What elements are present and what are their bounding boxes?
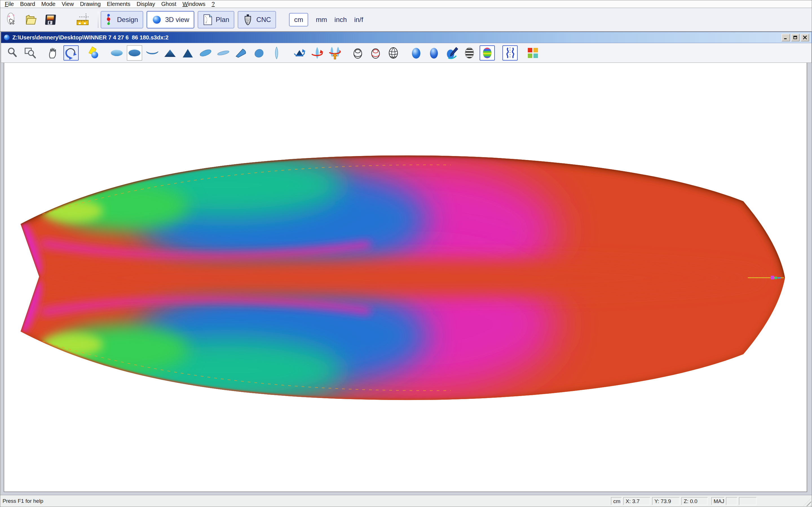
- minimize-button[interactable]: [781, 34, 790, 41]
- menu-windows[interactable]: Windows: [179, 1, 208, 7]
- rotate-board-x-button[interactable]: [327, 45, 343, 61]
- texture-paint-icon: [445, 46, 458, 60]
- resize-grip[interactable]: [803, 498, 811, 506]
- menu-elements[interactable]: Elements: [104, 1, 133, 7]
- search-icon: [6, 46, 19, 60]
- cnc-drill-icon: [243, 14, 253, 25]
- menu-file[interactable]: File: [2, 1, 17, 7]
- plan-mode-button[interactable]: Plan: [198, 11, 234, 29]
- zoom-tool-button[interactable]: [5, 45, 20, 61]
- dimensions-button[interactable]: [72, 10, 93, 30]
- wireframe-slices-icon: [369, 46, 382, 60]
- zoom-window-button[interactable]: [23, 45, 38, 61]
- status-y-coordinate: Y: 73.9: [652, 497, 679, 505]
- orbit-view-button[interactable]: [292, 45, 307, 61]
- new-board-icon: [3, 12, 18, 27]
- rotate-board-y-button[interactable]: [310, 45, 325, 61]
- menu-drawing[interactable]: Drawing: [77, 1, 104, 7]
- texture-paint-button[interactable]: [444, 45, 459, 61]
- view-perspective-1-icon: [199, 46, 212, 60]
- window-controls: [781, 34, 809, 41]
- view-perspective-1-button[interactable]: [198, 45, 213, 61]
- view-front-button[interactable]: [145, 45, 160, 61]
- status-unit: cm: [611, 497, 622, 505]
- view-tail-icon: [163, 46, 177, 60]
- board-surface: [4, 153, 785, 403]
- minimize-icon: [783, 36, 788, 40]
- new-board-button[interactable]: [0, 10, 20, 30]
- rotate-board-x-icon: [328, 46, 342, 60]
- menu-help[interactable]: ?: [208, 1, 218, 7]
- view-nose-button[interactable]: [180, 45, 195, 61]
- unit-inf[interactable]: in/f: [354, 16, 363, 24]
- view-perspective-4-button[interactable]: [251, 45, 266, 61]
- status-z-coordinate: Z: 0.0: [681, 497, 708, 505]
- restore-icon: [793, 36, 798, 40]
- view-deck-button[interactable]: [109, 45, 124, 61]
- render-smooth-button[interactable]: [426, 45, 442, 61]
- render-solid-button[interactable]: [409, 45, 424, 61]
- menu-view[interactable]: View: [59, 1, 77, 7]
- wireframe-coarse-button[interactable]: [350, 45, 365, 61]
- view-outline-icon: [270, 46, 283, 60]
- view-bottom-icon: [128, 46, 141, 60]
- light-icon: [87, 46, 101, 60]
- zebra-stripes-button[interactable]: [462, 45, 477, 61]
- zoom-region-icon: [24, 46, 37, 60]
- view-perspective-3-button[interactable]: [234, 45, 249, 61]
- view-nose-icon: [181, 46, 195, 60]
- rotate-3d-tool-button[interactable]: [63, 45, 79, 61]
- design-mode-button[interactable]: Design: [101, 11, 143, 29]
- save-floppy-icon: [44, 12, 58, 27]
- light-settings-button[interactable]: [86, 45, 101, 61]
- plan-icon: [203, 14, 212, 25]
- orbit-rotate-icon: [293, 46, 306, 60]
- status-caps-indicator: MAJ: [711, 497, 724, 505]
- view-outline-button[interactable]: [269, 45, 284, 61]
- menu-board[interactable]: Board: [17, 1, 38, 7]
- status-empty-2: [739, 497, 756, 505]
- view-perspective-3-icon: [234, 46, 248, 60]
- curvature-map-icon: [480, 46, 494, 60]
- document-titlebar[interactable]: Z:\Users\dennery\Desktop\WINNER 7 4 27 6…: [1, 32, 812, 43]
- view-3d-button[interactable]: 3D view: [147, 11, 194, 29]
- design-label: Design: [117, 16, 138, 24]
- unit-cm[interactable]: cm: [289, 13, 308, 26]
- flex-curves-button[interactable]: [502, 45, 518, 61]
- restore-button[interactable]: [791, 34, 800, 41]
- menu-mode[interactable]: Mode: [38, 1, 59, 7]
- rotate-board-y-icon: [310, 46, 324, 60]
- view-tail-button[interactable]: [162, 45, 177, 61]
- board-3d-render[interactable]: [4, 63, 807, 492]
- flex-curves-icon: [503, 46, 517, 60]
- view-deck-icon: [110, 46, 123, 60]
- wireframe-slices-button[interactable]: [368, 45, 383, 61]
- cnc-mode-button[interactable]: CNC: [238, 11, 276, 29]
- unit-inch[interactable]: inch: [335, 16, 347, 24]
- pan-tool-button[interactable]: [46, 45, 61, 61]
- color-palette-icon: [526, 46, 540, 60]
- menu-display[interactable]: Display: [133, 1, 158, 7]
- curvature-map-button[interactable]: [479, 45, 495, 61]
- color-settings-button[interactable]: [525, 45, 541, 61]
- shape3d-application-window: File Board Mode View Drawing Elements Di…: [0, 0, 812, 507]
- save-button[interactable]: [41, 10, 61, 30]
- unit-mm[interactable]: mm: [316, 16, 327, 24]
- view-bottom-button[interactable]: [127, 45, 142, 61]
- cnc-label: CNC: [256, 16, 271, 24]
- document-title: Z:\Users\dennery\Desktop\WINNER 7 4 27 6…: [12, 34, 168, 41]
- menubar: File Board Mode View Drawing Elements Di…: [0, 0, 812, 8]
- board-canvas[interactable]: [4, 63, 807, 492]
- open-button[interactable]: [20, 10, 41, 30]
- wireframe-mesh-button[interactable]: [386, 45, 401, 61]
- main-toolbar: Design 3D view Plan: [0, 8, 812, 32]
- view-perspective-2-button[interactable]: [216, 45, 231, 61]
- 3d-sphere-icon: [152, 15, 162, 25]
- ruler-icon: [75, 12, 90, 27]
- menu-ghost[interactable]: Ghost: [158, 1, 179, 7]
- toolbar-separator: [98, 11, 98, 28]
- close-button[interactable]: [801, 34, 809, 41]
- zebra-stripes-icon: [463, 46, 476, 60]
- wireframe-mesh-icon: [387, 46, 400, 60]
- design-icon: [106, 14, 114, 25]
